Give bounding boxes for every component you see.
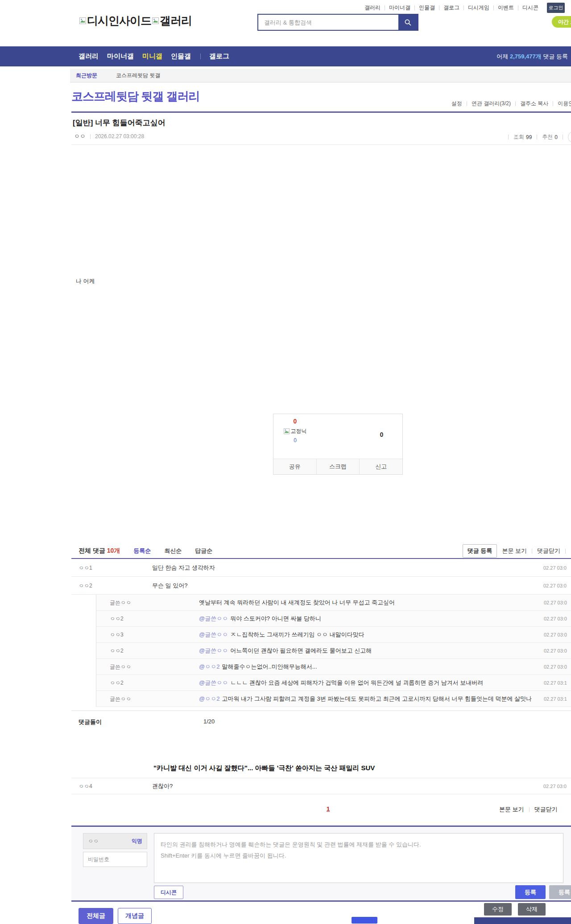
reply-row: ㅇㅇ3 @글쓴ㅇㅇㅈㄴ집착하노 그새끼가 쓰레기임 ㅇㅇ 내말이다맞다 02.2… — [96, 627, 571, 643]
divider — [71, 111, 571, 113]
guide-link[interactable]: 이용안내 — [553, 100, 571, 107]
sort-registered[interactable]: 등록순 — [133, 547, 151, 555]
commenter-name[interactable]: ㅇㅇ2 — [79, 582, 92, 589]
delete-button[interactable]: 삭제 — [518, 903, 546, 916]
footer-blue-button[interactable] — [352, 917, 377, 924]
nav-minor[interactable]: 마이너갤 — [107, 52, 134, 61]
commenter-name[interactable]: 글쓴ㅇㅇ — [110, 599, 131, 606]
best-posts-button[interactable]: 개념글 — [118, 908, 152, 924]
comment-bot-page: 1/20 — [203, 718, 215, 725]
divider — [532, 549, 532, 554]
comment-text: 일단 한숨 자고 생각하자 — [152, 564, 215, 572]
night-mode-button[interactable]: 야간 모드 — [552, 16, 571, 28]
nav-mini-active[interactable]: 미니갤 — [142, 52, 162, 61]
post-meta: ㅇㅇ 2026.02.27 03:00:28 — [74, 132, 144, 140]
comments-header: 전체 댓글 10개 등록순 최신순 답글순 댓글 등록 본문 보기 댓글닫기 — [71, 544, 571, 558]
comment-text: @글쓴ㅇㅇ어느쪽이던 괜찮아 필요하면 갤에라도 물어보고 신고해 — [199, 647, 372, 655]
divider — [508, 135, 509, 140]
commenter-name[interactable]: ㅇㅇ2 — [110, 647, 124, 654]
nav-person[interactable]: 인물갤 — [171, 52, 191, 61]
comment-submit-button[interactable]: 등록 — [515, 885, 546, 899]
comment-row: ㅇㅇ2 무슨 일 있어? 02.27 03:0 — [71, 577, 571, 595]
top-link-event[interactable]: 이벤트 — [494, 4, 518, 12]
recent-visit-label[interactable]: 최근방문 — [76, 72, 97, 79]
broken-image-icon — [152, 17, 159, 24]
related-gallery-link[interactable]: 연관 갤러리(3/2) — [467, 100, 515, 107]
divider — [537, 135, 537, 140]
sort-newest[interactable]: 최신순 — [164, 547, 182, 555]
settings-link[interactable]: 설정 — [447, 100, 467, 107]
top-link-dcgame[interactable]: 디시게임 — [464, 4, 493, 12]
view-post-link[interactable]: 본문 보기 — [499, 805, 524, 813]
downvote-count[interactable]: 0 — [360, 431, 403, 438]
upvote-count: 0 — [273, 418, 317, 425]
mention[interactable]: @글쓴ㅇㅇ — [199, 615, 228, 622]
close-comments-link[interactable]: 댓글닫기 — [537, 547, 560, 555]
commenter-name[interactable]: ㅇㅇ1 — [79, 564, 92, 571]
top-link-dccon[interactable]: 디시콘 — [518, 4, 542, 12]
search-input[interactable] — [258, 15, 398, 30]
comment-time: 02.27 03:1 — [544, 680, 567, 686]
copy-url-link[interactable]: 갤주소 복사 — [516, 100, 553, 107]
comment-register-button[interactable]: 댓글 등록 — [463, 544, 497, 558]
comment-textarea[interactable] — [154, 833, 563, 883]
sort-reply[interactable]: 답글순 — [195, 547, 212, 555]
commenter-name[interactable]: ㅇㅇ2 — [110, 615, 124, 622]
commenter-name[interactable]: ㅇㅇ4 — [79, 782, 92, 790]
footer-bar — [474, 917, 571, 924]
mention[interactable]: @ㅇㅇ2 — [199, 663, 219, 670]
top-link-gallog[interactable]: 갤로그 — [439, 4, 463, 12]
divider — [200, 53, 201, 59]
commenter-name[interactable]: 글쓴ㅇㅇ — [110, 663, 131, 670]
comment-row: ㅇㅇ4 괜찮아? 02.27 03:0 — [71, 778, 571, 794]
breadcrumb-current[interactable]: 코스프레뒷담 뒷갤 — [116, 72, 160, 79]
post-author[interactable]: ㅇㅇ — [74, 132, 86, 140]
site-logo[interactable]: 디시인사이드 갤러리 — [79, 13, 192, 28]
edit-button[interactable]: 수정 — [484, 903, 512, 916]
post-stats: 조회99 추천0 5 — [503, 131, 571, 143]
nickname-field[interactable]: ㅇㅇ 익명 — [83, 833, 147, 849]
share-button[interactable]: 공유 — [273, 459, 316, 474]
nav-gallery[interactable]: 갤러리 — [79, 52, 99, 61]
dccon-button[interactable]: 디시콘 — [154, 886, 183, 899]
nav-gallog[interactable]: 갤로그 — [209, 52, 229, 61]
divider — [90, 134, 91, 139]
view-post-link[interactable]: 본문 보기 — [502, 547, 527, 555]
scrap-button[interactable]: 스크랩 — [316, 459, 360, 474]
upvote-value: 0 — [554, 134, 558, 140]
gallery-title[interactable]: 코스프레뒷담 뒷갤 갤러리 — [71, 89, 199, 104]
comment-time: 02.27 03:0 — [544, 600, 567, 605]
logo-text-main: 디시인사이드 — [87, 13, 151, 28]
mention[interactable]: @글쓴ㅇㅇ — [199, 679, 228, 686]
top-link-minor[interactable]: 마이너갤 — [385, 4, 414, 12]
top-link-person[interactable]: 인물갤 — [415, 4, 439, 12]
close-comments-link[interactable]: 댓글닫기 — [534, 805, 558, 813]
ad-text[interactable]: "카니발 대신 이거 사길 잘했다"... 아빠들 '극찬' 쏟아지는 국산 패… — [153, 764, 375, 772]
divider — [71, 144, 571, 145]
post-date: 2026.02.27 03:00:28 — [95, 133, 144, 140]
mention[interactable]: @ㅇㅇ2 — [199, 695, 219, 702]
comment-time: 02.27 03:0 — [543, 784, 567, 789]
commenter-name[interactable]: ㅇㅇ3 — [110, 631, 124, 638]
all-posts-button[interactable]: 전체글 — [79, 908, 113, 924]
upvote-group[interactable]: 0 고정닉 0 — [273, 418, 317, 444]
comment-time: 02.27 03:0 — [544, 664, 567, 669]
commenter-name[interactable]: ㅇㅇ2 — [110, 679, 124, 686]
password-input[interactable] — [83, 852, 147, 867]
commenter-name[interactable]: 글쓴ㅇㅇ — [110, 695, 131, 702]
mention[interactable]: @글쓴ㅇㅇ — [199, 647, 228, 654]
comment-text: @ㅇㅇ2말해줄수ㅇ는없어..미안해무능해서... — [199, 663, 317, 671]
report-button[interactable]: 신고 — [359, 459, 402, 474]
mention[interactable]: @글쓴ㅇㅇ — [199, 631, 228, 638]
login-button[interactable]: 로그인 — [547, 3, 565, 13]
top-link-gallery[interactable]: 갤러리 — [360, 4, 385, 12]
divider — [563, 135, 563, 140]
comment-submit-secondary-button[interactable]: 등록 — [549, 885, 571, 899]
search-button[interactable] — [398, 15, 418, 30]
page-number[interactable]: 1 — [327, 805, 330, 812]
comment-total: 전체 댓글 10개 — [79, 547, 120, 555]
fixed-nick-label: 고정닉 — [291, 427, 307, 435]
comment-count-pill[interactable]: 5 — [568, 131, 571, 143]
comment-list: ㅇㅇ1 일단 한숨 자고 생각하자 02.27 03:0 ㅇㅇ2 무슨 일 있어… — [71, 559, 571, 707]
vote-box: 0 고정닉 0 0 공유 스크랩 신고 — [273, 414, 403, 475]
